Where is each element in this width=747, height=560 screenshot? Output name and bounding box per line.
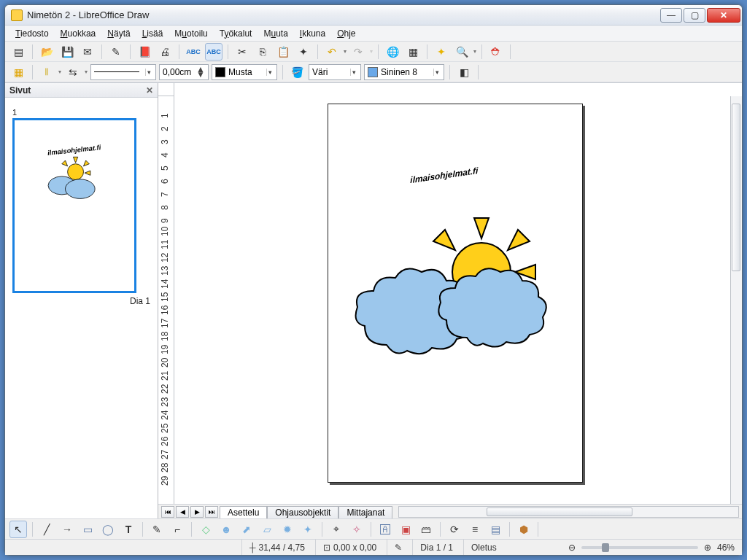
zoom-slider[interactable] — [581, 546, 698, 549]
grid-button[interactable]: ▦ — [9, 63, 27, 81]
minimize-button[interactable]: — — [660, 8, 682, 23]
text-tool[interactable]: T — [120, 521, 137, 538]
open-button[interactable]: 📂 — [38, 43, 55, 61]
fontwork-tool[interactable]: 🄰 — [376, 521, 394, 538]
menu-edit[interactable]: Muokkaa — [56, 27, 101, 40]
from-file-tool[interactable]: ▣ — [397, 521, 414, 538]
status-modified-icon: ✎ — [387, 540, 402, 555]
vertical-scrollbar[interactable] — [730, 96, 742, 504]
zoom-in-icon[interactable]: ⊕ — [704, 542, 711, 553]
page-thumbnail[interactable]: ilmaisohjelmat.fi — [12, 118, 136, 293]
points-tool[interactable]: ⌖ — [328, 521, 345, 538]
line-tool[interactable]: ╱ — [38, 521, 55, 538]
tab-layout[interactable]: Asettelu — [220, 506, 267, 519]
shadow-button[interactable]: ◧ — [455, 63, 473, 81]
maximize-button[interactable]: ▢ — [684, 8, 705, 23]
zoom-out-icon[interactable]: ⊖ — [568, 542, 576, 553]
rect-tool[interactable]: ▭ — [79, 521, 96, 538]
basic-shapes-tool[interactable]: ◇ — [197, 521, 214, 538]
arrow-end-button[interactable]: ⦀ — [38, 63, 55, 81]
connector-tool[interactable]: ⌐ — [169, 521, 186, 538]
tab-dimensions[interactable]: Mittajanat — [338, 506, 392, 519]
menu-help[interactable]: Ohje — [333, 27, 360, 40]
menu-modify[interactable]: Muuta — [259, 27, 292, 40]
menu-window[interactable]: Ikkuna — [295, 27, 330, 40]
pages-panel-close-icon[interactable]: ✕ — [146, 85, 153, 96]
table-button[interactable]: ▦ — [404, 43, 422, 61]
svg-point-1 — [68, 164, 84, 180]
tab-controls[interactable]: Ohjausobjektit — [267, 506, 338, 519]
export-pdf-button[interactable]: 📕 — [136, 43, 153, 61]
spellcheck-button[interactable]: ABC — [185, 43, 202, 61]
drawing-toolbar: ↖ ╱ → ▭ ◯ T ✎ ⌐ ◇ ☻ ⬈ ▱ ✹ ✦ ⌖ ✧ 🄰 ▣ 🗃 ⟳ … — [5, 518, 742, 539]
email-button[interactable]: ✉ — [79, 43, 96, 61]
pages-panel-title: Sivut — [9, 85, 31, 96]
tab-nav-last[interactable]: ⏭ — [205, 506, 218, 518]
help-button[interactable]: ⛑ — [487, 43, 505, 61]
chart-button[interactable]: 🌐 — [384, 43, 401, 61]
extrusion-tool[interactable]: ⬢ — [515, 521, 533, 538]
tab-nav-first[interactable]: ⏮ — [161, 506, 174, 518]
menu-insert[interactable]: Lisää — [138, 27, 168, 40]
arrow-tool[interactable]: → — [58, 521, 76, 538]
standard-toolbar: ▤ 📂 💾 ✉ ✎ 📕 🖨 ABC ABC ✂ ⎘ 📋 ✦ ↶ ▾ ↷ ▾ 🌐 … — [5, 42, 742, 62]
clouds-shape — [356, 268, 546, 354]
stars-tool[interactable]: ✦ — [299, 521, 317, 538]
zoom-value[interactable]: 46% — [717, 542, 735, 553]
fill-color-label: Sininen 8 — [381, 67, 417, 77]
tab-nav-next[interactable]: ▶ — [190, 506, 204, 518]
gluepoints-tool[interactable]: ✧ — [348, 521, 365, 538]
ellipse-tool[interactable]: ◯ — [99, 521, 117, 538]
canvas[interactable]: ilmaisohjelmat.fi — [174, 96, 730, 504]
undo-button[interactable]: ↶ — [323, 43, 341, 61]
flowchart-tool[interactable]: ▱ — [258, 521, 276, 538]
rotate-tool[interactable]: ⟳ — [446, 521, 463, 538]
fill-color-combo[interactable]: Sininen 8 ▾ — [364, 64, 444, 80]
svg-text:ilmaisohjelmat.fi: ilmaisohjelmat.fi — [47, 144, 101, 157]
app-icon — [11, 9, 23, 21]
svg-marker-5 — [85, 171, 90, 175]
align-tool[interactable]: ≡ — [466, 521, 484, 538]
line-color-label: Musta — [228, 67, 252, 77]
arrange-tool[interactable]: ▤ — [487, 521, 504, 538]
menu-view[interactable]: Näytä — [103, 27, 134, 40]
vertical-ruler[interactable]: 1234567891011121314151617181920212223242… — [158, 96, 174, 504]
select-tool[interactable]: ↖ — [9, 521, 27, 538]
curve-tool[interactable]: ✎ — [148, 521, 166, 538]
svg-marker-11 — [433, 230, 455, 250]
autospell-button[interactable]: ABC — [205, 43, 222, 61]
page[interactable]: ilmaisohjelmat.fi — [328, 104, 583, 483]
menu-tools[interactable]: Työkalut — [215, 27, 257, 40]
fill-type-combo[interactable]: Väri ▾ — [309, 64, 361, 80]
svg-marker-9 — [474, 218, 489, 238]
new-button[interactable]: ▤ — [9, 43, 27, 61]
callout-tool[interactable]: ✹ — [279, 521, 296, 538]
copy-button[interactable]: ⎘ — [254, 43, 271, 61]
menu-format[interactable]: Muotoilu — [170, 27, 212, 40]
line-style-combo[interactable]: ▾ — [90, 64, 156, 80]
menu-file[interactable]: Tiedosto — [11, 27, 53, 40]
hyperlink-button[interactable]: ✦ — [433, 43, 450, 61]
gallery-tool[interactable]: 🗃 — [417, 521, 435, 538]
block-arrows-tool[interactable]: ⬈ — [238, 521, 255, 538]
cut-button[interactable]: ✂ — [233, 43, 251, 61]
close-button[interactable]: ✕ — [707, 8, 740, 23]
symbol-shapes-tool[interactable]: ☻ — [217, 521, 235, 538]
save-button[interactable]: 💾 — [58, 43, 76, 61]
status-size: ⊡ 0,00 x 0,00 — [315, 540, 376, 555]
redo-button[interactable]: ↷ — [349, 43, 367, 61]
status-style: Oletus — [463, 540, 529, 555]
horizontal-scrollbar[interactable] — [398, 506, 739, 518]
print-button[interactable]: 🖨 — [156, 43, 174, 61]
ruler-corner — [158, 83, 174, 96]
paste-button[interactable]: 📋 — [274, 43, 292, 61]
line-width-spinner[interactable]: 0,00cm ▲▼ — [159, 64, 209, 80]
format-paint-button[interactable]: ✦ — [295, 43, 312, 61]
tab-nav-prev[interactable]: ◀ — [176, 506, 189, 518]
page-thumb-number: 1 — [12, 108, 150, 117]
line-style-button[interactable]: ⇆ — [64, 63, 82, 81]
line-color-combo[interactable]: Musta ▾ — [212, 64, 277, 80]
navigator-button[interactable]: 🔍 — [453, 43, 471, 61]
fill-bucket-icon[interactable]: 🪣 — [288, 63, 306, 81]
edit-button[interactable]: ✎ — [107, 43, 125, 61]
